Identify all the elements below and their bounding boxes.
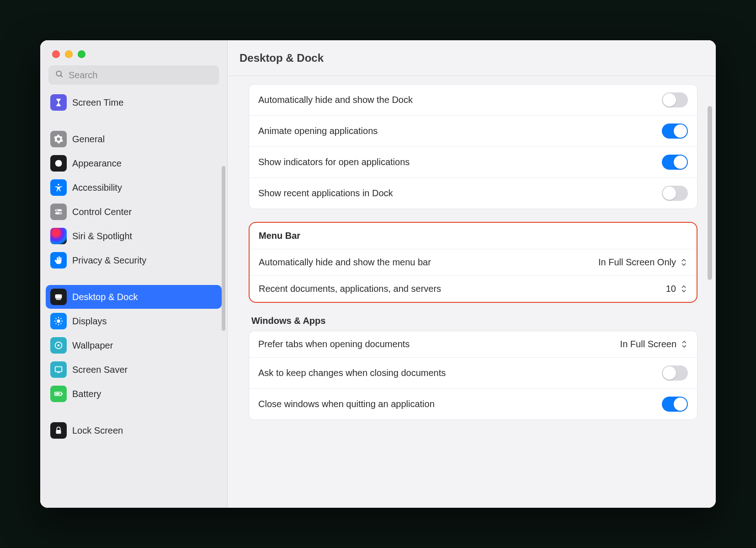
lock-icon [50, 422, 67, 439]
row-label: Close windows when quitting an applicati… [258, 399, 655, 409]
sidebar-item-label: Appearance [72, 158, 122, 169]
content-header: Desktop & Dock [228, 40, 716, 76]
row-show-recent-apps: Show recent applications in Dock [249, 177, 697, 209]
sidebar-item-label: Screen Saver [72, 365, 128, 375]
svg-point-10 [57, 319, 60, 322]
section-title-menu-bar: Menu Bar [259, 231, 300, 241]
sidebar-item-label: Screen Time [72, 97, 123, 108]
wallpaper-icon [50, 337, 67, 354]
toggle-close-windows-quit[interactable] [662, 397, 688, 412]
row-label: Ask to keep changes when closing documen… [258, 368, 655, 378]
row-label: Animate opening applications [258, 126, 655, 136]
sidebar-item-wallpaper[interactable]: Wallpaper [46, 333, 222, 357]
row-close-windows-quit: Close windows when quitting an applicati… [249, 388, 697, 419]
stepper-icon [680, 258, 687, 267]
svg-rect-4 [55, 210, 62, 212]
zoom-window-button[interactable] [78, 50, 85, 58]
windows-apps-panel: Prefer tabs when opening documents In Fu… [249, 331, 697, 420]
row-prefer-tabs: Prefer tabs when opening documents In Fu… [249, 331, 697, 357]
row-label: Prefer tabs when opening documents [258, 339, 613, 349]
svg-rect-24 [62, 393, 63, 395]
sidebar-scrollbar[interactable] [222, 166, 225, 331]
sidebar-item-screen-time[interactable]: Screen Time [46, 91, 222, 114]
row-label: Automatically hide and show the Dock [258, 95, 655, 105]
svg-rect-25 [56, 393, 60, 395]
sidebar-item-general[interactable]: General [46, 127, 222, 151]
sidebar-item-label: Lock Screen [72, 425, 123, 436]
section-title-windows-apps: Windows & Apps [249, 316, 697, 331]
svg-point-6 [56, 210, 58, 211]
row-animate-opening: Animate opening applications [249, 115, 697, 146]
dock-panel: Automatically hide and show the Dock Ani… [249, 84, 697, 209]
sidebar-item-label: Battery [72, 389, 101, 399]
stepper-icon [680, 340, 688, 349]
dock-icon [50, 289, 67, 305]
accessibility-icon [50, 179, 67, 196]
svg-rect-9 [56, 299, 61, 300]
sidebar-item-label: Privacy & Security [72, 255, 146, 266]
sidebar-item-label: Wallpaper [72, 340, 113, 351]
window-controls [40, 40, 227, 58]
sidebar-item-label: Control Center [72, 207, 132, 217]
svg-point-0 [56, 71, 61, 76]
svg-rect-26 [56, 430, 61, 434]
system-settings-window: Screen Time General Appearance [40, 40, 716, 508]
sidebar-item-appearance[interactable]: Appearance [46, 151, 222, 175]
hourglass-icon [50, 94, 67, 111]
sidebar-item-control-center[interactable]: Control Center [46, 200, 222, 224]
content-scrollbar[interactable] [708, 106, 712, 280]
toggle-show-recent-apps[interactable] [662, 186, 688, 201]
toggle-auto-hide-dock[interactable] [662, 92, 688, 107]
siri-icon [50, 228, 67, 244]
sidebar-item-screen-saver[interactable]: Screen Saver [46, 358, 222, 381]
svg-rect-21 [55, 367, 62, 372]
sidebar-item-label: Accessibility [72, 183, 122, 193]
svg-point-7 [59, 213, 61, 214]
displays-icon [50, 313, 67, 329]
sidebar-item-displays[interactable]: Displays [46, 309, 222, 333]
gear-icon [50, 131, 67, 147]
svg-point-20 [58, 344, 60, 347]
svg-rect-22 [57, 372, 60, 373]
stepper-icon [680, 285, 687, 294]
row-label: Show recent applications in Dock [258, 188, 655, 199]
search-icon [55, 70, 64, 81]
row-show-indicators: Show indicators for open applications [249, 146, 697, 177]
toggle-ask-keep-changes[interactable] [662, 365, 688, 381]
popup-value: In Full Screen [620, 339, 676, 349]
close-window-button[interactable] [52, 50, 60, 58]
sidebar: Screen Time General Appearance [40, 40, 228, 508]
sidebar-item-privacy-security[interactable]: Privacy & Security [46, 248, 222, 272]
screen-saver-icon [50, 361, 67, 378]
popup-prefer-tabs[interactable]: In Full Screen [620, 339, 688, 349]
popup-recent-documents[interactable]: 10 [666, 284, 687, 294]
menu-bar-panel: Menu Bar Automatically hide and show the… [249, 222, 697, 303]
row-ask-keep-changes: Ask to keep changes when closing documen… [249, 357, 697, 388]
popup-auto-hide-menubar[interactable]: In Full Screen Only [598, 257, 687, 268]
page-title: Desktop & Dock [240, 52, 324, 64]
sidebar-item-accessibility[interactable]: Accessibility [46, 176, 222, 199]
row-recent-documents: Recent documents, applications, and serv… [250, 275, 697, 302]
svg-rect-8 [55, 295, 62, 299]
row-label: Automatically hide and show the menu bar [259, 257, 591, 268]
svg-line-15 [56, 318, 57, 319]
sidebar-item-siri-spotlight[interactable]: Siri & Spotlight [46, 224, 222, 248]
search-field[interactable] [48, 65, 219, 85]
toggle-animate-opening[interactable] [662, 124, 688, 139]
svg-line-18 [56, 323, 57, 324]
sidebar-item-lock-screen[interactable]: Lock Screen [46, 419, 222, 442]
sidebar-item-desktop-dock[interactable]: Desktop & Dock [46, 285, 222, 309]
svg-point-3 [58, 184, 59, 186]
sidebar-item-battery[interactable]: Battery [46, 382, 222, 406]
popup-value: In Full Screen Only [598, 257, 676, 268]
appearance-icon [50, 155, 67, 172]
battery-icon [50, 386, 67, 402]
sidebar-item-label: Desktop & Dock [72, 292, 138, 302]
minimize-window-button[interactable] [65, 50, 73, 58]
svg-line-17 [61, 318, 62, 319]
row-label: Recent documents, applications, and serv… [259, 284, 659, 294]
toggle-show-indicators[interactable] [662, 155, 688, 170]
row-auto-hide-menubar: Automatically hide and show the menu bar… [250, 249, 697, 275]
search-input[interactable] [69, 70, 213, 81]
hand-icon [50, 252, 67, 269]
